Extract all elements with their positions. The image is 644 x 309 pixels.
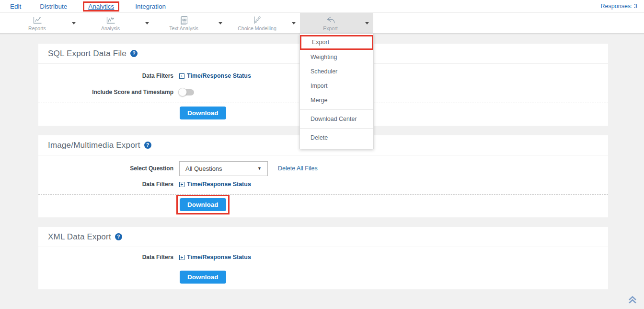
help-icon[interactable]: ? (115, 233, 122, 240)
section-body: Select Question All Questions ▼ Delete A… (38, 155, 608, 192)
export-dropdown-caret[interactable] (361, 22, 373, 24)
section-title: SQL Export Data File (48, 49, 126, 59)
question-select[interactable]: All Questions ▼ (179, 161, 268, 176)
responses-count[interactable]: Responses: 3 (601, 3, 639, 10)
menu-item-merge[interactable]: Merge (300, 93, 373, 107)
text-analysis-dropdown-caret[interactable] (214, 22, 227, 24)
delete-all-files-link[interactable]: Delete All Files (278, 165, 318, 172)
section-body: Data Filters Time/Response Status (38, 247, 608, 264)
expand-plus-icon (179, 255, 184, 260)
section-footer: Download (38, 195, 608, 217)
reports-dropdown-caret[interactable] (68, 22, 80, 24)
toolbar-group-export: Export (300, 13, 373, 34)
zigzag-chart-icon (105, 15, 116, 25)
include-score-label: Include Score and Timestamp (38, 89, 173, 95)
export-dropdown-menu: Export Weighting Scheduler Import Merge … (299, 34, 374, 149)
nav-tab-integration[interactable]: Integration (132, 2, 169, 11)
select-question-label: Select Question (38, 165, 173, 172)
dot-chart-icon (252, 15, 263, 25)
double-chevron-up-icon (627, 295, 638, 305)
chevron-down-icon (218, 22, 222, 24)
highlight-box: Download (176, 195, 230, 214)
toolbar-item-reports[interactable]: Reports (7, 15, 68, 31)
toolbar-item-text-analysis[interactable]: Text Analysis (153, 15, 214, 31)
time-response-status-link[interactable]: Time/Response Status (179, 181, 251, 188)
xml-export-section: XML Data Export ? Data Filters Time/Resp… (38, 227, 608, 289)
nav-tab-distribute[interactable]: Distribute (37, 2, 70, 11)
help-icon[interactable]: ? (144, 142, 151, 149)
top-navigation: Edit Distribute Analytics Integration Re… (0, 0, 644, 13)
time-response-status-label: Time/Response Status (187, 254, 251, 261)
select-caret-icon: ▼ (257, 166, 262, 171)
toolbar-item-label: Export (323, 25, 337, 31)
toolbar-group-choice-modelling: Choice Modelling (227, 13, 300, 34)
menu-item-delete[interactable]: Delete (300, 131, 373, 145)
select-question-row: Select Question All Questions ▼ Delete A… (38, 160, 608, 177)
toolbar-item-label: Choice Modelling (238, 25, 276, 31)
data-filters-label: Data Filters (38, 72, 173, 79)
reply-arrow-icon (325, 15, 336, 25)
menu-divider (300, 128, 373, 129)
analysis-dropdown-caret[interactable] (141, 22, 153, 24)
section-title: Image/Multimedia Export (48, 141, 140, 150)
menu-item-scheduler[interactable]: Scheduler (300, 64, 373, 79)
help-icon[interactable]: ? (130, 50, 138, 57)
menu-item-download-center[interactable]: Download Center (300, 112, 373, 126)
expand-plus-icon (179, 182, 184, 187)
expand-plus-icon (179, 73, 184, 79)
time-response-status-link[interactable]: Time/Response Status (179, 254, 251, 261)
time-response-status-link[interactable]: Time/Response Status (179, 72, 251, 79)
toolbar-group-analysis: Analysis (80, 13, 153, 34)
toolbar-item-analysis[interactable]: Analysis (80, 15, 141, 31)
time-response-status-label: Time/Response Status (187, 181, 251, 188)
xml-download-button[interactable]: Download (180, 271, 226, 284)
include-score-toggle[interactable] (179, 89, 194, 95)
data-filters-label: Data Filters (38, 254, 173, 261)
data-filters-row: Data Filters Time/Response Status (38, 177, 608, 192)
newspaper-icon (179, 15, 189, 25)
nav-tab-edit[interactable]: Edit (7, 2, 24, 11)
section-footer: Download (38, 267, 608, 289)
section-title: XML Data Export (48, 232, 111, 242)
toolbar-item-export[interactable]: Export (300, 15, 361, 31)
toolbar-item-choice-modelling[interactable]: Choice Modelling (227, 15, 288, 31)
data-filters-row: Data Filters Time/Response Status (38, 250, 608, 264)
toolbar-group-text-analysis: Text Analysis (153, 13, 227, 34)
menu-item-export[interactable]: Export (300, 35, 373, 50)
menu-item-weighting[interactable]: Weighting (300, 50, 373, 64)
toolbar-item-label: Reports (28, 25, 46, 31)
image-download-button[interactable]: Download (180, 198, 226, 211)
scroll-to-top-button[interactable] (627, 295, 638, 307)
time-response-status-label: Time/Response Status (187, 72, 251, 79)
toggle-knob (178, 88, 187, 96)
chevron-down-icon (292, 22, 296, 24)
toolbar-item-label: Analysis (101, 25, 120, 31)
nav-tab-analytics[interactable]: Analytics (83, 1, 119, 12)
menu-divider (300, 109, 373, 110)
menu-item-import[interactable]: Import (300, 79, 373, 93)
question-select-value: All Questions (185, 165, 257, 172)
sql-download-button[interactable]: Download (180, 107, 226, 119)
choice-modelling-dropdown-caret[interactable] (288, 22, 300, 24)
line-chart-icon (32, 15, 43, 25)
chevron-down-icon (145, 22, 149, 24)
analytics-toolbar: Reports Analysis (0, 13, 644, 34)
chevron-down-icon (365, 22, 369, 24)
section-header: XML Data Export ? (38, 227, 608, 247)
toolbar-group-reports: Reports (7, 13, 80, 34)
chevron-down-icon (72, 22, 76, 24)
data-filters-label: Data Filters (38, 181, 173, 188)
toolbar-item-label: Text Analysis (169, 25, 198, 31)
